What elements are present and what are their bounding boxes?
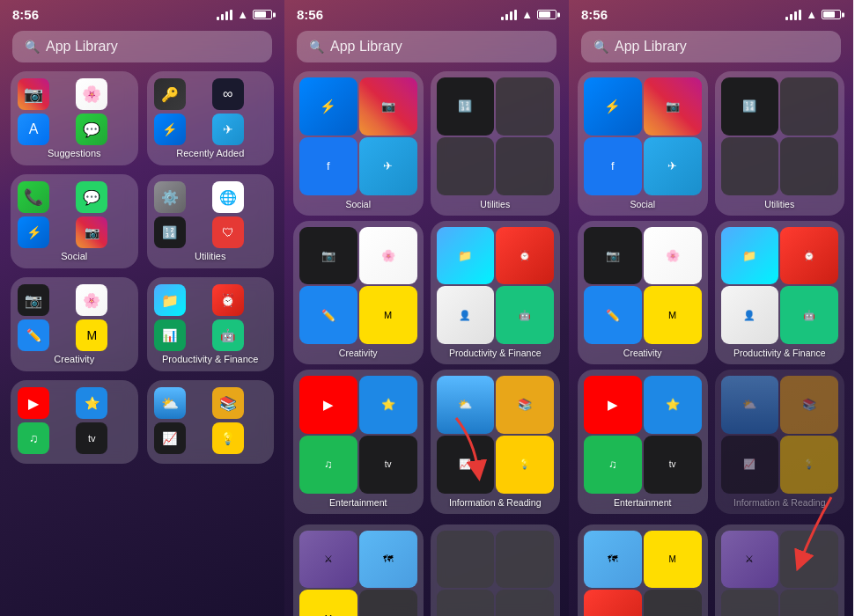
folder-creativity-1[interactable]: 📷 🌸 ✏️ M Creativity bbox=[11, 277, 138, 371]
app-tips-3: 💡 bbox=[780, 436, 838, 494]
app-files-2: 📁 bbox=[437, 227, 495, 285]
folder-productivity-2[interactable]: 📁 ⏰ 👤 🤖 Productivity & Finance bbox=[431, 221, 561, 365]
time-3: 8:56 bbox=[581, 7, 608, 22]
app-testflight-3: ⭐ bbox=[644, 376, 702, 434]
app-icon-youtube: ▶ bbox=[18, 387, 49, 419]
search-icon-2: 🔍 bbox=[309, 40, 324, 54]
signal-icon-1 bbox=[217, 10, 232, 20]
folder-creativity-3[interactable]: 📷 🌸 ✏️ M Creativity bbox=[578, 221, 708, 365]
folder-other-2[interactable]: ⚔ 🗺 M Other bbox=[293, 524, 424, 617]
folder-label-social-1: Social bbox=[18, 251, 131, 261]
app-contacts-3: 👤 bbox=[721, 286, 779, 344]
folder-social-1[interactable]: 📞 💬 ⚡ 📷 Social bbox=[11, 174, 138, 268]
signal-icon-3 bbox=[785, 10, 801, 20]
folder-utilities-2[interactable]: 🔢 Utilities bbox=[431, 71, 561, 216]
app-files-3: 📁 bbox=[721, 227, 779, 285]
folder-label-recently-added: Recently Added bbox=[154, 148, 268, 158]
folder-icons-social-2: ⚡ 📷 f ✈ bbox=[298, 76, 419, 197]
phone-panel-1: 8:56 ▲ 🔍 App Library 📷 🌸 A 💬 Suggestion bbox=[0, 0, 284, 616]
folder-info-1[interactable]: ⛅ 📚 📈 💡 bbox=[147, 380, 275, 464]
grid-row-2: 📞 💬 ⚡ 📷 Social ⚙️ 🌐 🔢 🛡 Utilities bbox=[11, 174, 274, 268]
app-icon-appstore: A bbox=[18, 114, 49, 145]
folder-label-creativity-2: Creativity bbox=[298, 346, 419, 360]
folder-icons-social-3: ⚡ 📷 f ✈ bbox=[582, 76, 704, 197]
battery-icon-2 bbox=[537, 10, 556, 19]
folder-entertainment-2[interactable]: ▶ ⭐ ♫ tv Entertainment bbox=[293, 370, 424, 514]
app-icon-spotify: ♫ bbox=[18, 422, 49, 454]
app-reminder-3: ⏰ bbox=[780, 227, 838, 285]
app-icon-settings: ⚙️ bbox=[154, 181, 186, 213]
app-icon-chrome: 🌐 bbox=[212, 181, 244, 213]
folder-productivity-1[interactable]: 📁 ⏰ 📊 🤖 Productivity & Finance bbox=[147, 277, 275, 371]
app-icon-phone: 📞 bbox=[18, 181, 49, 213]
status-icons-1: ▲ bbox=[217, 8, 272, 21]
app-hidden-2d bbox=[496, 590, 554, 616]
app-testflight-2: ⭐ bbox=[359, 376, 417, 434]
folder-utilities-3[interactable]: 🔢 Utilities bbox=[715, 71, 845, 216]
app-icon-weather: ⛅ bbox=[154, 387, 186, 419]
pg-row-1: ⚡ 📷 f ✈ Social 🔢 Utilities bbox=[293, 71, 560, 216]
app-dark-3d bbox=[644, 590, 702, 616]
search-bar-1[interactable]: 🔍 App Library bbox=[12, 31, 272, 62]
folder-utilities-1[interactable]: ⚙️ 🌐 🔢 🛡 Utilities bbox=[147, 174, 275, 268]
folder-entertainment-3[interactable]: ▶ ⭐ ♫ tv Entertainment bbox=[578, 370, 708, 514]
pg3-row-1: ⚡ 📷 f ✈ Social 🔢 Utilities bbox=[578, 71, 844, 216]
app-grid-2: ⚡ 📷 f ✈ Social 🔢 Utilities bbox=[284, 71, 569, 616]
app-icon-books: 📚 bbox=[212, 387, 244, 419]
folder-icons-productivity-3: 📁 ⏰ 👤 🤖 bbox=[719, 225, 841, 347]
app-hidden-3c bbox=[780, 590, 838, 616]
search-bar-2[interactable]: 🔍 App Library bbox=[297, 31, 556, 62]
app-messenger-3: ⚡ bbox=[584, 77, 642, 136]
app-grid-3: ⚡ 📷 f ✈ Social 🔢 Utilities bbox=[569, 71, 853, 616]
app-messenger-2: ⚡ bbox=[299, 77, 357, 136]
app-youtube-2: ▶ bbox=[299, 376, 357, 434]
app-dark-3b bbox=[721, 137, 779, 195]
search-icon-3: 🔍 bbox=[593, 40, 608, 54]
wifi-icon-2: ▲ bbox=[521, 8, 533, 21]
app-icon-stocks: 📈 bbox=[154, 422, 186, 454]
folder-suggestions[interactable]: 📷 🌸 A 💬 Suggestions bbox=[11, 71, 138, 165]
app-calc-2: 🔢 bbox=[437, 77, 495, 136]
folder-label-creativity-3: Creativity bbox=[582, 346, 704, 360]
folder-icons-info-3: ⛅ 📚 📈 💡 bbox=[719, 374, 841, 495]
folder-icons-utilities-2: 🔢 bbox=[435, 76, 556, 197]
folder-icons-creativity-1: 📷 🌸 ✏️ M bbox=[18, 284, 131, 351]
app-telegram-2: ✈ bbox=[359, 137, 417, 195]
app-camera-2: 📷 bbox=[299, 227, 357, 285]
app-contacts-2: 👤 bbox=[437, 286, 495, 344]
app-icon-messages: 💬 bbox=[76, 114, 107, 145]
app-clash-2: ⚔ bbox=[299, 531, 357, 589]
folder-social-2[interactable]: ⚡ 📷 f ✈ Social bbox=[293, 71, 424, 216]
app-hidden-2b bbox=[496, 531, 554, 589]
app-photos-3: 🌸 bbox=[644, 227, 702, 285]
folder-hidden-2[interactable]: Hidden bbox=[431, 524, 561, 617]
folder-productivity-3[interactable]: 📁 ⏰ 👤 🤖 Productivity & Finance bbox=[715, 221, 845, 365]
folder-entertainment-1[interactable]: ▶ ⭐ ♫ tv bbox=[11, 380, 138, 464]
app-hidden-2a bbox=[437, 531, 495, 589]
folder-recently-added[interactable]: 🔑 ∞ ⚡ ✈ Recently Added bbox=[147, 71, 275, 165]
app-photos-2: 🌸 bbox=[359, 227, 417, 285]
grid-row-4: ▶ ⭐ ♫ tv ⛅ 📚 📈 💡 bbox=[11, 380, 274, 464]
app-grid-1: 📷 🌸 A 💬 Suggestions 🔑 ∞ ⚡ ✈ Recently Add… bbox=[0, 71, 284, 464]
folder-label-entertainment-3: Entertainment bbox=[582, 495, 704, 510]
folder-creativity-2[interactable]: 📷 🌸 ✏️ M Creativity bbox=[293, 221, 424, 365]
time-2: 8:56 bbox=[297, 7, 323, 22]
search-bar-3[interactable]: 🔍 App Library bbox=[581, 31, 841, 62]
app-icon-chatgpt: 🤖 bbox=[212, 319, 244, 351]
app-miro2-2: M bbox=[299, 590, 357, 616]
folder-other-3[interactable]: 🗺 M ! Other bbox=[578, 524, 708, 617]
app-instagram-2: 📷 bbox=[359, 77, 417, 136]
app-dark-2a bbox=[496, 77, 554, 136]
app-freeform-3: ✏️ bbox=[584, 286, 642, 344]
app-dark-3a bbox=[780, 77, 838, 136]
folder-icons-social-1: 📞 💬 ⚡ 📷 bbox=[18, 181, 131, 248]
phone-panel-2: 8:56 ▲ 🔍 App Library ⚡ 📷 f ✈ Social bbox=[284, 0, 569, 616]
app-tips-2: 💡 bbox=[496, 436, 554, 494]
folder-social-3[interactable]: ⚡ 📷 f ✈ Social bbox=[578, 71, 708, 216]
app-instagram-3: 📷 bbox=[644, 77, 702, 136]
app-maps-2: 🗺 bbox=[359, 531, 417, 589]
folder-icons-entertainment-1: ▶ ⭐ ♫ tv bbox=[18, 387, 131, 454]
folder-label-productivity-2: Productivity & Finance bbox=[435, 346, 556, 360]
app-maps-3: 🗺 bbox=[584, 531, 642, 589]
status-icons-3: ▲ bbox=[785, 8, 841, 21]
